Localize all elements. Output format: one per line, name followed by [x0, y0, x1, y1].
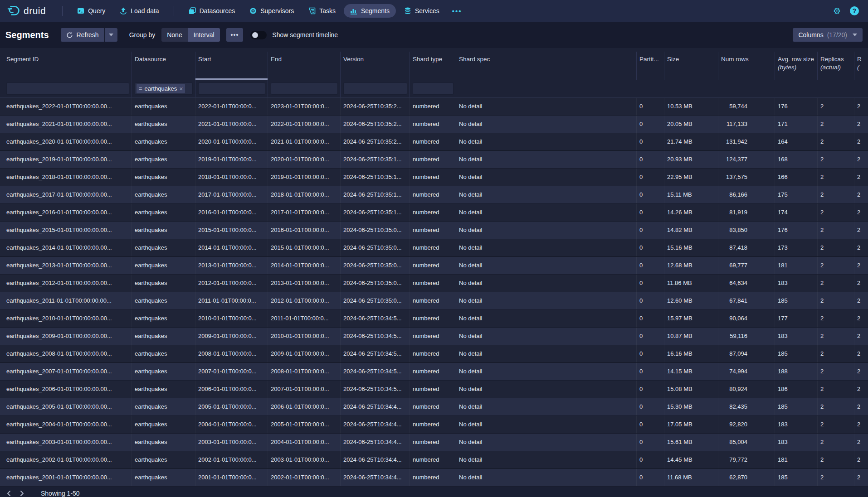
table-row[interactable]: earthquakes_2014-01-01T00:00:00.00...ear…: [0, 239, 868, 257]
table-row[interactable]: earthquakes_2015-01-01T00:00:00.00...ear…: [0, 222, 868, 239]
remove-filter-icon[interactable]: ×: [179, 85, 183, 92]
cell-partition: 0: [636, 133, 664, 150]
cell-start: 2022-01-01T00:00:0...: [195, 98, 268, 115]
table-filter-row: = earthquakes ×: [0, 80, 868, 98]
cell-start: 2020-01-01T00:00:0...: [195, 133, 268, 150]
table-row[interactable]: earthquakes_2011-01-01T00:00:00.00...ear…: [0, 292, 868, 310]
cell-num-rows: 87,094: [718, 345, 775, 362]
cell-replicas: 2: [817, 98, 854, 115]
table-row[interactable]: earthquakes_2002-01-01T00:00:00.00...ear…: [0, 451, 868, 469]
nav-item-label: Query: [88, 7, 105, 14]
nav-item-datasources[interactable]: Datasources: [182, 4, 242, 18]
cell-shard-type: numbered: [410, 292, 456, 309]
cell-size: 15.97 MB: [664, 310, 718, 327]
table-row[interactable]: earthquakes_2007-01-01T00:00:00.00...ear…: [0, 363, 868, 381]
cell-datasource: earthquakes: [132, 151, 195, 168]
table-row[interactable]: earthquakes_2022-01-01T00:00:00.00...ear…: [0, 98, 868, 116]
cell-end: 2011-01-01T00:00:0...: [268, 310, 340, 327]
filter-input-segment-id[interactable]: [6, 82, 129, 95]
refresh-button[interactable]: Refresh: [61, 28, 104, 42]
cell-num-rows: 64,634: [718, 275, 775, 292]
cell-shard-spec: No detail: [456, 204, 636, 221]
group-by-none-button[interactable]: None: [161, 28, 187, 42]
table-row[interactable]: earthquakes_2013-01-01T00:00:00.00...ear…: [0, 257, 868, 275]
cell-segment-id: earthquakes_2009-01-01T00:00:00.00...: [0, 328, 132, 345]
cell-replication: 2: [854, 275, 868, 292]
filter-input-datasource[interactable]: = earthquakes ×: [135, 82, 193, 95]
previous-page-button[interactable]: [3, 488, 15, 497]
column-header-num-rows[interactable]: Num rows: [718, 52, 775, 80]
table-row[interactable]: earthquakes_2010-01-01T00:00:00.00...ear…: [0, 310, 868, 328]
cell-segment-id: earthquakes_2019-01-01T00:00:00.00...: [0, 151, 132, 168]
group-by-more-button[interactable]: •••: [226, 28, 244, 42]
group-by-interval-button[interactable]: Interval: [188, 28, 220, 42]
table-row[interactable]: earthquakes_2005-01-01T00:00:00.00...ear…: [0, 398, 868, 416]
column-header-datasource[interactable]: Datasource: [132, 52, 195, 80]
table-row[interactable]: earthquakes_2021-01-01T00:00:00.00...ear…: [0, 116, 868, 133]
load-data-icon: [120, 7, 127, 14]
cell-partition: 0: [636, 98, 664, 115]
column-header-size[interactable]: Size: [664, 52, 718, 80]
cell-segment-id: earthquakes_2015-01-01T00:00:00.00...: [0, 222, 132, 239]
filter-input-end[interactable]: [271, 82, 338, 95]
table-row[interactable]: earthquakes_2012-01-01T00:00:00.00...ear…: [0, 275, 868, 292]
column-header-end[interactable]: End: [268, 52, 340, 80]
cell-version: 2024-06-25T10:35:0...: [340, 239, 410, 256]
filter-input-start[interactable]: [198, 82, 265, 95]
columns-button[interactable]: Columns (17/20): [793, 28, 863, 42]
cell-partition: 0: [636, 222, 664, 239]
cell-segment-id: earthquakes_2012-01-01T00:00:00.00...: [0, 275, 132, 292]
datasource-filter-tag[interactable]: = earthquakes ×: [137, 84, 185, 93]
column-header-segment-id[interactable]: Segment ID: [0, 52, 132, 80]
nav-more-button[interactable]: •••: [448, 5, 467, 18]
nav-item-query[interactable]: Query: [71, 4, 112, 18]
nav-item-tasks[interactable]: Tasks: [302, 4, 342, 18]
cell-num-rows: 81,919: [718, 204, 775, 221]
cell-datasource: earthquakes: [132, 204, 195, 221]
column-header-version[interactable]: Version: [340, 52, 410, 80]
cell-replication: 2: [854, 363, 868, 380]
column-header-partition[interactable]: Partit...: [636, 52, 664, 80]
table-row[interactable]: earthquakes_2009-01-01T00:00:00.00...ear…: [0, 328, 868, 345]
column-header-shard-spec[interactable]: Shard spec: [456, 52, 636, 80]
cell-shard-spec: No detail: [456, 133, 636, 150]
table-row[interactable]: earthquakes_2019-01-01T00:00:00.00...ear…: [0, 151, 868, 169]
table-row[interactable]: earthquakes_2018-01-01T00:00:00.00...ear…: [0, 169, 868, 186]
refresh-caret-button[interactable]: [105, 28, 117, 42]
nav-item-load-data[interactable]: Load data: [113, 4, 165, 18]
table-row[interactable]: earthquakes_2004-01-01T00:00:00.00...ear…: [0, 416, 868, 434]
segment-timeline-toggle[interactable]: [250, 31, 267, 39]
cell-end: 2023-01-01T00:00:0...: [268, 98, 340, 115]
table-row[interactable]: earthquakes_2001-01-01T00:00:00.00...ear…: [0, 469, 868, 487]
cell-replicas: 2: [817, 469, 854, 486]
cell-avg-row-size: 185: [775, 345, 817, 362]
table-row[interactable]: earthquakes_2006-01-01T00:00:00.00...ear…: [0, 381, 868, 398]
table-row[interactable]: earthquakes_2016-01-01T00:00:00.00...ear…: [0, 204, 868, 222]
nav-item-supervisors[interactable]: Supervisors: [243, 4, 300, 18]
filter-input-shard-type[interactable]: [413, 82, 454, 95]
cell-segment-id: earthquakes_2022-01-01T00:00:00.00...: [0, 98, 132, 115]
table-row[interactable]: earthquakes_2020-01-01T00:00:00.00...ear…: [0, 133, 868, 151]
nav-item-services[interactable]: Services: [398, 4, 446, 18]
column-header-avg-row-size[interactable]: Avg. row size(bytes): [775, 52, 817, 80]
table-row[interactable]: earthquakes_2008-01-01T00:00:00.00...ear…: [0, 345, 868, 363]
help-icon[interactable]: ?: [850, 6, 859, 15]
cell-avg-row-size: 176: [775, 222, 817, 239]
next-page-button[interactable]: [15, 488, 28, 497]
cell-size: 16.16 MB: [664, 345, 718, 362]
column-header-replicas[interactable]: Replicas(actual): [817, 52, 854, 80]
cell-size: 11.68 MB: [664, 469, 718, 486]
settings-gear-icon[interactable]: ⚙: [829, 4, 844, 18]
cell-num-rows: 80,924: [718, 381, 775, 398]
column-header-start[interactable]: Start: [195, 52, 268, 80]
druid-logo[interactable]: druid: [6, 5, 46, 17]
table-row[interactable]: earthquakes_2017-01-01T00:00:00.00...ear…: [0, 186, 868, 204]
nav-item-segments[interactable]: Segments: [344, 4, 396, 18]
table-row[interactable]: earthquakes_2003-01-01T00:00:00.00...ear…: [0, 434, 868, 451]
column-header-shard-type[interactable]: Shard type: [410, 52, 456, 80]
filter-input-version[interactable]: [343, 82, 407, 95]
cell-replicas: 2: [817, 310, 854, 327]
cell-shard-type: numbered: [410, 186, 456, 203]
column-header-replication-factor[interactable]: R(: [854, 52, 868, 80]
cell-shard-type: numbered: [410, 169, 456, 186]
